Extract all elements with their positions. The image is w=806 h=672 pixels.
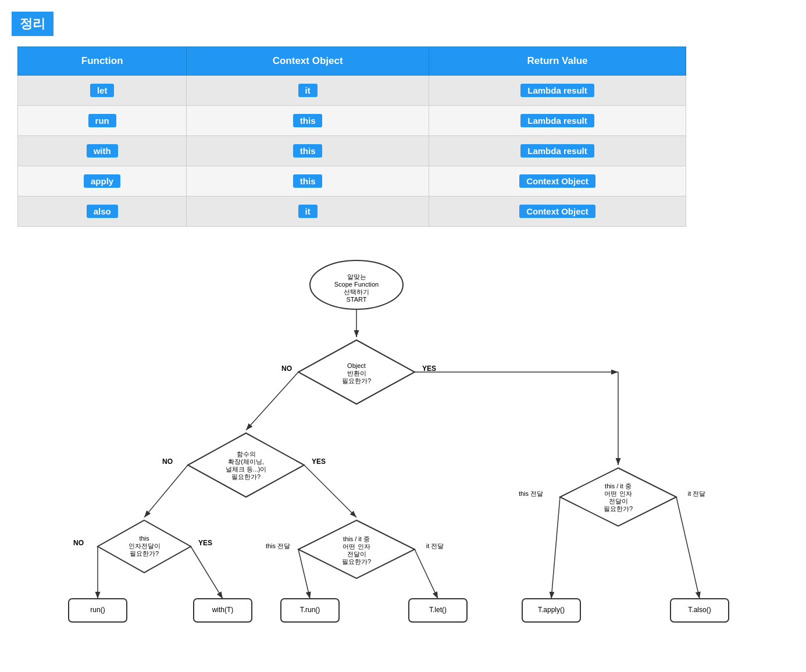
q3-text3: 필요한가? <box>130 550 159 557</box>
arrow-q2-no <box>144 465 188 517</box>
cell-return: Lambda result <box>429 106 686 136</box>
return-badge: Lambda result <box>520 84 594 97</box>
q2-text2: 확장(체이닝, <box>228 458 264 465</box>
cell-function: with <box>18 136 187 166</box>
result-trun-text: T.run() <box>300 606 320 614</box>
q2-yes-label: YES <box>312 457 326 466</box>
q1-text1: Object <box>347 362 366 369</box>
q1-no-label: NO <box>281 364 292 373</box>
cell-context: this <box>187 136 429 166</box>
arrow-q3-yes <box>191 546 223 599</box>
cell-function: run <box>18 106 187 136</box>
cell-context: this <box>187 106 429 136</box>
start-text4: START <box>346 296 366 303</box>
table-row: applythisContext Object <box>18 166 686 196</box>
q3-yes-label: YES <box>198 539 212 547</box>
return-badge: Lambda result <box>520 114 594 127</box>
start-text3: 선택하기 <box>344 288 369 295</box>
table-row: runthisLambda result <box>18 106 686 136</box>
context-badge: it <box>298 205 318 218</box>
flowchart-svg: 알맞는 Scope Function 선택하기 START Object 반환이… <box>54 250 752 657</box>
context-badge: this <box>293 174 323 188</box>
q1-text3: 필요한가? <box>342 377 371 384</box>
arrow-q5-it <box>676 497 700 599</box>
return-badge: Context Object <box>519 174 595 188</box>
cell-context: this <box>187 166 429 196</box>
cell-context: it <box>187 196 429 227</box>
result-tapply-text: T.apply() <box>538 606 565 614</box>
q4-this-label: this 전달 <box>266 542 290 549</box>
q4-text1: this / it 중 <box>343 535 370 542</box>
q3-no-label: NO <box>73 539 84 547</box>
q4-text2: 어떤 인자 <box>343 543 370 550</box>
table-row: letitLambda result <box>18 76 686 106</box>
arrow-q5-this <box>551 497 560 599</box>
cell-function: apply <box>18 166 187 196</box>
title-text: 정리 <box>20 16 45 31</box>
col-return: Return Value <box>429 47 686 76</box>
context-badge: this <box>293 114 323 127</box>
cell-function: also <box>18 196 187 227</box>
context-badge: this <box>293 144 323 158</box>
arrow-q4-it <box>415 549 438 599</box>
context-badge: it <box>298 84 318 97</box>
q5-it-label: it 전달 <box>688 490 706 497</box>
result-run-text: run() <box>90 606 105 614</box>
start-text: 알맞는 <box>347 273 366 280</box>
q4-text3: 전달이 <box>347 551 366 557</box>
flowchart-container: 알맞는 Scope Function 선택하기 START Object 반환이… <box>54 250 752 657</box>
cell-context: it <box>187 76 429 106</box>
q5-text4: 필요한가? <box>604 505 633 512</box>
q1-text2: 반환이 <box>347 370 366 377</box>
q2-text4: 필요한가? <box>231 473 261 480</box>
arrow-q2-yes <box>304 465 356 517</box>
arrow-q1-no <box>246 372 298 430</box>
result-talso-text: T.also() <box>688 606 711 614</box>
function-badge: also <box>87 205 118 218</box>
function-badge: let <box>90 84 115 97</box>
q1-yes-label: YES <box>422 364 436 373</box>
cell-return: Context Object <box>429 196 686 227</box>
q5-text1: this / it 중 <box>605 482 632 489</box>
q5-text2: 어떤 인자 <box>604 490 632 497</box>
q5-this-label: this 전달 <box>519 490 543 497</box>
start-text2: Scope Function <box>334 281 379 288</box>
q5-text3: 전달이 <box>609 498 628 505</box>
return-badge: Lambda result <box>520 144 594 158</box>
q4-it-label: it 전달 <box>426 542 444 549</box>
cell-function: let <box>18 76 187 106</box>
table-row: withthisLambda result <box>18 136 686 166</box>
function-badge: with <box>87 144 118 158</box>
cell-return: Context Object <box>429 166 686 196</box>
return-badge: Context Object <box>519 205 595 218</box>
cell-return: Lambda result <box>429 136 686 166</box>
result-tlet-text: T.let() <box>429 606 447 614</box>
q2-no-label: NO <box>162 457 173 466</box>
title-badge: 정리 <box>12 12 54 36</box>
summary-table: Function Context Object Return Value let… <box>17 47 686 227</box>
arrow-q4-this <box>298 549 310 599</box>
result-with-text: with(T) <box>212 606 234 614</box>
cell-return: Lambda result <box>429 76 686 106</box>
q3-text1: this <box>139 535 149 542</box>
q2-text1: 함수의 <box>237 451 256 457</box>
q2-text3: 널체크 등...)이 <box>226 466 267 473</box>
table-row: alsoitContext Object <box>18 196 686 227</box>
col-function: Function <box>18 47 187 76</box>
q4-text4: 필요한가? <box>342 558 371 565</box>
q3-text2: 인자전달이 <box>129 542 161 549</box>
function-badge: run <box>88 114 116 127</box>
col-context: Context Object <box>187 47 429 76</box>
function-badge: apply <box>84 174 120 188</box>
